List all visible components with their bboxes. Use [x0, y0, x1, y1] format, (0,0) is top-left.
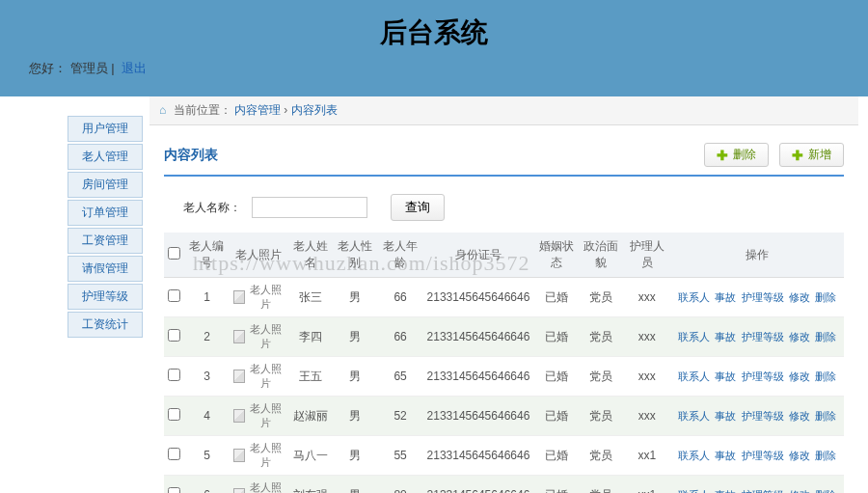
op-delete[interactable]: 删除: [815, 291, 836, 303]
table-row: 6老人照片刘东强男802133145645646646已婚党员xx1联系人 事故…: [164, 476, 844, 494]
cell: 党员: [579, 317, 624, 357]
search-button[interactable]: 查询: [391, 194, 445, 221]
cell: 男: [333, 476, 378, 494]
cell: 已婚: [533, 397, 579, 436]
cell: 2133145645646646: [423, 317, 534, 357]
op-level[interactable]: 护理等级: [742, 410, 784, 422]
op-delete[interactable]: 删除: [815, 489, 836, 494]
cell: 老人照片: [230, 278, 287, 317]
op-edit[interactable]: 修改: [789, 450, 810, 461]
cell: xxx: [624, 317, 670, 357]
cell: 老人照片: [230, 357, 287, 397]
op-contact[interactable]: 联系人: [678, 331, 710, 342]
op-edit[interactable]: 修改: [789, 410, 810, 422]
cell: 55: [378, 436, 423, 476]
op-delete[interactable]: 删除: [815, 370, 836, 382]
cell: 联系人 事故 护理等级 修改 删除: [670, 476, 844, 494]
row-checkbox[interactable]: [168, 329, 180, 342]
col-header: 身份证号: [423, 233, 534, 278]
op-delete[interactable]: 删除: [815, 410, 836, 422]
op-edit[interactable]: 修改: [789, 489, 810, 494]
sidebar-item-5[interactable]: 请假管理: [68, 256, 143, 282]
cell: 李四: [287, 317, 333, 357]
op-level[interactable]: 护理等级: [742, 331, 784, 342]
op-accident[interactable]: 事故: [715, 291, 736, 303]
op-level[interactable]: 护理等级: [742, 489, 784, 494]
cell: 已婚: [533, 278, 579, 317]
cell: 2133145645646646: [423, 357, 534, 397]
row-checkbox[interactable]: [168, 408, 180, 421]
op-contact[interactable]: 联系人: [678, 489, 710, 494]
panel-title: 内容列表: [164, 147, 218, 164]
sidebar-item-6[interactable]: 护理等级: [68, 284, 143, 310]
cell: 党员: [579, 357, 624, 397]
op-contact[interactable]: 联系人: [678, 450, 710, 461]
image-icon: [233, 370, 245, 383]
sidebar-item-2[interactable]: 房间管理: [68, 172, 143, 198]
cell: 马八一: [287, 436, 333, 476]
col-header: 老人照片: [230, 233, 287, 278]
header: 后台系统 您好： 管理员 | 退出: [0, 0, 868, 96]
search-bar: 老人名称： 查询: [164, 186, 844, 233]
op-level[interactable]: 护理等级: [742, 370, 784, 382]
cell: 4: [184, 397, 230, 436]
sidebar-item-1[interactable]: 老人管理: [68, 144, 143, 170]
col-header: 操作: [670, 233, 844, 278]
breadcrumb-p1[interactable]: 内容管理: [234, 103, 281, 117]
sidebar-item-7[interactable]: 工资统计: [68, 312, 143, 338]
greeting-sep: |: [111, 61, 114, 75]
op-delete[interactable]: 删除: [815, 450, 836, 461]
row-checkbox[interactable]: [168, 487, 180, 493]
cell: 男: [333, 436, 378, 476]
image-icon: [233, 330, 245, 343]
cell: 2133145645646646: [423, 476, 534, 494]
cell: 党员: [579, 278, 624, 317]
add-button[interactable]: ✚ 新增: [779, 143, 844, 167]
cell: 老人照片: [230, 397, 287, 436]
search-input[interactable]: [252, 197, 367, 218]
cell: 2133145645646646: [423, 278, 534, 317]
photo-placeholder: 老人照片: [233, 283, 284, 312]
op-level[interactable]: 护理等级: [742, 291, 784, 303]
panel-header: 内容列表 ✚ 删除 ✚ 新增: [164, 135, 844, 177]
op-accident[interactable]: 事故: [715, 370, 736, 382]
op-contact[interactable]: 联系人: [678, 370, 710, 382]
sidebar-item-4[interactable]: 工资管理: [68, 228, 143, 254]
op-contact[interactable]: 联系人: [678, 410, 710, 422]
cell: xxx: [624, 397, 670, 436]
op-edit[interactable]: 修改: [789, 331, 810, 342]
sidebar-item-0[interactable]: 用户管理: [68, 116, 143, 142]
cell: 赵淑丽: [287, 397, 333, 436]
row-checkbox[interactable]: [168, 369, 180, 381]
cell: 刘东强: [287, 476, 333, 494]
row-checkbox[interactable]: [168, 289, 180, 302]
table-row: 3老人照片王五男652133145645646646已婚党员xxx联系人 事故 …: [164, 357, 844, 397]
cell: 已婚: [533, 357, 579, 397]
cell: 66: [378, 278, 423, 317]
cell: 联系人 事故 护理等级 修改 删除: [670, 357, 844, 397]
op-edit[interactable]: 修改: [789, 291, 810, 303]
op-accident[interactable]: 事故: [715, 489, 736, 494]
op-delete[interactable]: 删除: [815, 331, 836, 342]
greeting: 您好： 管理员 | 退出: [29, 60, 147, 77]
op-contact[interactable]: 联系人: [678, 291, 710, 303]
cell: 已婚: [533, 436, 579, 476]
op-level[interactable]: 护理等级: [742, 450, 784, 461]
cell: 男: [333, 357, 378, 397]
delete-button[interactable]: ✚ 删除: [704, 143, 769, 167]
sidebar-item-3[interactable]: 订单管理: [68, 200, 143, 226]
select-all-checkbox[interactable]: [168, 247, 180, 260]
plus-icon: ✚: [717, 148, 728, 163]
op-accident[interactable]: 事故: [715, 331, 736, 342]
op-edit[interactable]: 修改: [789, 370, 810, 382]
photo-placeholder: 老人照片: [233, 362, 284, 391]
logout-link[interactable]: 退出: [122, 61, 147, 75]
cell: 联系人 事故 护理等级 修改 删除: [670, 436, 844, 476]
cell: 老人照片: [230, 317, 287, 357]
row-checkbox[interactable]: [168, 448, 180, 460]
cell: xx1: [624, 436, 670, 476]
op-accident[interactable]: 事故: [715, 410, 736, 422]
op-accident[interactable]: 事故: [715, 450, 736, 461]
cell: 3: [184, 357, 230, 397]
breadcrumb-p2[interactable]: 内容列表: [291, 103, 338, 117]
